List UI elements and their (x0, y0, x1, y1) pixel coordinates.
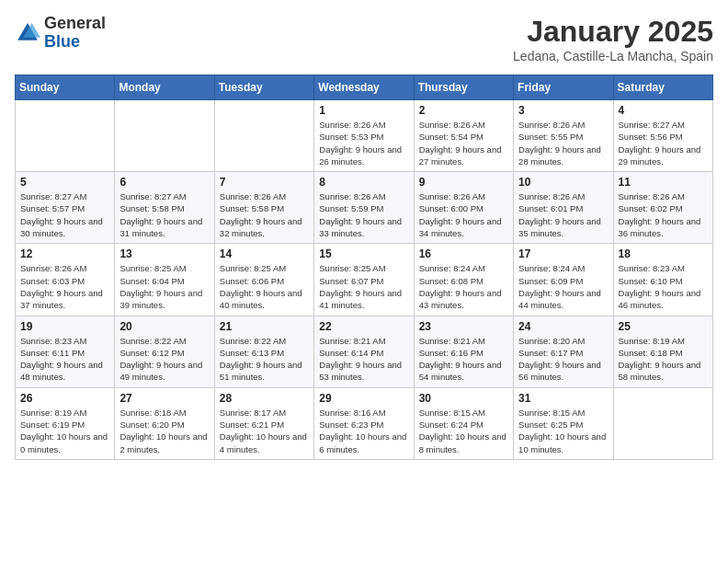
weekday-header-cell: Thursday (414, 75, 513, 100)
logo-blue: Blue (44, 32, 80, 51)
calendar-day-cell (115, 100, 214, 172)
calendar-body: 1Sunrise: 8:26 AM Sunset: 5:53 PM Daylig… (16, 100, 713, 460)
day-info: Sunrise: 8:26 AM Sunset: 6:00 PM Dayligh… (419, 190, 508, 239)
day-info: Sunrise: 8:26 AM Sunset: 6:02 PM Dayligh… (619, 190, 708, 239)
calendar-day-cell: 17Sunrise: 8:24 AM Sunset: 6:09 PM Dayli… (514, 244, 613, 316)
calendar-day-cell: 4Sunrise: 8:27 AM Sunset: 5:56 PM Daylig… (613, 100, 712, 172)
calendar-day-cell: 9Sunrise: 8:26 AM Sunset: 6:00 PM Daylig… (414, 172, 513, 244)
calendar-day-cell (613, 387, 712, 459)
day-number: 23 (419, 320, 508, 333)
logo-general: General (44, 14, 106, 32)
day-number: 20 (119, 320, 209, 333)
day-number: 18 (619, 247, 708, 260)
day-number: 25 (619, 320, 708, 333)
day-number: 30 (419, 392, 508, 405)
weekday-header-cell: Sunday (16, 75, 115, 100)
day-info: Sunrise: 8:27 AM Sunset: 5:58 PM Dayligh… (119, 190, 209, 239)
calendar-day-cell: 20Sunrise: 8:22 AM Sunset: 6:12 PM Dayli… (115, 316, 214, 387)
calendar-day-cell: 6Sunrise: 8:27 AM Sunset: 5:58 PM Daylig… (115, 172, 214, 244)
day-number: 4 (619, 104, 708, 117)
day-info: Sunrise: 8:17 AM Sunset: 6:21 PM Dayligh… (220, 407, 309, 455)
day-number: 2 (419, 104, 508, 117)
calendar-day-cell: 21Sunrise: 8:22 AM Sunset: 6:13 PM Dayli… (214, 316, 313, 387)
day-info: Sunrise: 8:26 AM Sunset: 5:55 PM Dayligh… (518, 119, 608, 167)
calendar-week-row: 1Sunrise: 8:26 AM Sunset: 5:53 PM Daylig… (16, 100, 713, 172)
calendar-day-cell (16, 100, 115, 172)
calendar-day-cell: 8Sunrise: 8:26 AM Sunset: 5:59 PM Daylig… (314, 172, 414, 244)
day-info: Sunrise: 8:26 AM Sunset: 5:59 PM Dayligh… (319, 190, 408, 239)
day-number: 28 (220, 392, 309, 405)
calendar-day-cell: 10Sunrise: 8:26 AM Sunset: 6:01 PM Dayli… (514, 172, 613, 244)
day-number: 26 (20, 392, 109, 405)
day-info: Sunrise: 8:26 AM Sunset: 6:01 PM Dayligh… (518, 190, 608, 239)
day-info: Sunrise: 8:23 AM Sunset: 6:10 PM Dayligh… (619, 262, 708, 311)
logo: General Blue (15, 15, 106, 52)
location: Ledana, Castille-La Mancha, Spain (513, 49, 713, 63)
day-info: Sunrise: 8:26 AM Sunset: 5:53 PM Dayligh… (319, 119, 408, 167)
day-number: 10 (518, 176, 608, 189)
day-number: 11 (619, 176, 708, 189)
calendar-day-cell: 5Sunrise: 8:27 AM Sunset: 5:57 PM Daylig… (16, 172, 115, 244)
day-info: Sunrise: 8:24 AM Sunset: 6:09 PM Dayligh… (518, 262, 608, 311)
weekday-header-cell: Friday (514, 75, 613, 100)
day-number: 22 (319, 320, 408, 333)
day-number: 16 (419, 247, 508, 260)
month-title: January 2025 (513, 15, 713, 49)
day-number: 29 (319, 392, 408, 405)
day-number: 1 (319, 104, 408, 117)
calendar-day-cell: 24Sunrise: 8:20 AM Sunset: 6:17 PM Dayli… (514, 316, 613, 387)
calendar-week-row: 5Sunrise: 8:27 AM Sunset: 5:57 PM Daylig… (16, 172, 713, 244)
day-info: Sunrise: 8:16 AM Sunset: 6:23 PM Dayligh… (319, 407, 408, 455)
calendar-day-cell: 29Sunrise: 8:16 AM Sunset: 6:23 PM Dayli… (314, 387, 414, 459)
day-number: 13 (119, 247, 209, 260)
day-number: 21 (220, 320, 309, 333)
calendar-day-cell: 23Sunrise: 8:21 AM Sunset: 6:16 PM Dayli… (414, 316, 513, 387)
title-block: January 2025 Ledana, Castille-La Mancha,… (513, 15, 713, 63)
calendar-day-cell: 11Sunrise: 8:26 AM Sunset: 6:02 PM Dayli… (613, 172, 712, 244)
calendar-day-cell: 26Sunrise: 8:19 AM Sunset: 6:19 PM Dayli… (16, 387, 115, 459)
day-number: 5 (20, 176, 109, 189)
day-number: 17 (518, 247, 608, 260)
calendar-day-cell: 13Sunrise: 8:25 AM Sunset: 6:04 PM Dayli… (115, 244, 214, 316)
day-number: 19 (20, 320, 109, 333)
day-info: Sunrise: 8:26 AM Sunset: 6:03 PM Dayligh… (20, 262, 109, 311)
day-info: Sunrise: 8:21 AM Sunset: 6:16 PM Dayligh… (419, 335, 508, 384)
calendar-day-cell (214, 100, 313, 172)
day-info: Sunrise: 8:18 AM Sunset: 6:20 PM Dayligh… (119, 407, 209, 455)
day-number: 7 (220, 176, 309, 189)
weekday-header-cell: Saturday (613, 75, 712, 100)
day-info: Sunrise: 8:25 AM Sunset: 6:04 PM Dayligh… (119, 262, 209, 311)
weekday-header-row: SundayMondayTuesdayWednesdayThursdayFrid… (16, 75, 713, 100)
calendar-table: SundayMondayTuesdayWednesdayThursdayFrid… (15, 75, 713, 460)
calendar-day-cell: 1Sunrise: 8:26 AM Sunset: 5:53 PM Daylig… (314, 100, 414, 172)
page-header: General Blue January 2025 Ledana, Castil… (15, 15, 713, 63)
day-info: Sunrise: 8:24 AM Sunset: 6:08 PM Dayligh… (419, 262, 508, 311)
day-info: Sunrise: 8:25 AM Sunset: 6:06 PM Dayligh… (220, 262, 309, 311)
calendar-week-row: 26Sunrise: 8:19 AM Sunset: 6:19 PM Dayli… (16, 387, 713, 459)
calendar-day-cell: 3Sunrise: 8:26 AM Sunset: 5:55 PM Daylig… (514, 100, 613, 172)
day-info: Sunrise: 8:22 AM Sunset: 6:12 PM Dayligh… (119, 335, 209, 384)
calendar-day-cell: 31Sunrise: 8:15 AM Sunset: 6:25 PM Dayli… (514, 387, 613, 459)
day-info: Sunrise: 8:26 AM Sunset: 5:54 PM Dayligh… (419, 119, 508, 167)
day-info: Sunrise: 8:21 AM Sunset: 6:14 PM Dayligh… (319, 335, 408, 384)
day-info: Sunrise: 8:26 AM Sunset: 5:58 PM Dayligh… (220, 190, 309, 239)
day-info: Sunrise: 8:22 AM Sunset: 6:13 PM Dayligh… (220, 335, 309, 384)
weekday-header-cell: Tuesday (214, 75, 313, 100)
calendar-day-cell: 27Sunrise: 8:18 AM Sunset: 6:20 PM Dayli… (115, 387, 214, 459)
calendar-day-cell: 7Sunrise: 8:26 AM Sunset: 5:58 PM Daylig… (214, 172, 313, 244)
day-number: 24 (518, 320, 608, 333)
calendar-week-row: 19Sunrise: 8:23 AM Sunset: 6:11 PM Dayli… (16, 316, 713, 387)
day-number: 31 (518, 392, 608, 405)
day-info: Sunrise: 8:15 AM Sunset: 6:24 PM Dayligh… (419, 407, 508, 455)
weekday-header-cell: Monday (115, 75, 214, 100)
day-info: Sunrise: 8:27 AM Sunset: 5:56 PM Dayligh… (619, 119, 708, 167)
day-number: 14 (220, 247, 309, 260)
day-number: 6 (119, 176, 209, 189)
day-info: Sunrise: 8:19 AM Sunset: 6:19 PM Dayligh… (20, 407, 109, 455)
day-info: Sunrise: 8:23 AM Sunset: 6:11 PM Dayligh… (20, 335, 109, 384)
calendar-week-row: 12Sunrise: 8:26 AM Sunset: 6:03 PM Dayli… (16, 244, 713, 316)
day-number: 8 (319, 176, 408, 189)
day-number: 15 (319, 247, 408, 260)
calendar-day-cell: 16Sunrise: 8:24 AM Sunset: 6:08 PM Dayli… (414, 244, 513, 316)
calendar-day-cell: 22Sunrise: 8:21 AM Sunset: 6:14 PM Dayli… (314, 316, 414, 387)
